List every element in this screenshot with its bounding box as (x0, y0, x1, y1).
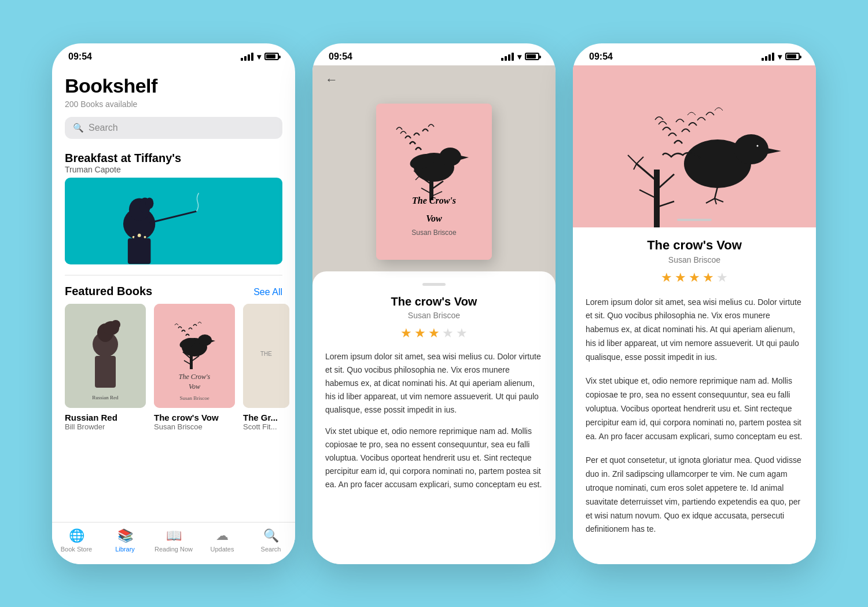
back-button[interactable]: ← (312, 65, 556, 92)
signal-icon-2 (501, 53, 514, 61)
bottom-nav-1: 🌐 Book Store 📚 Library 📖 Reading Now ☁ U… (52, 522, 295, 564)
wifi-icon-2: ▾ (517, 52, 521, 61)
status-time-3: 09:54 (589, 51, 613, 62)
nav-reading-now-label: Reading Now (155, 546, 193, 553)
search-bar[interactable]: 🔍 Search (65, 117, 282, 139)
svg-point-57 (757, 145, 759, 146)
book-card-crows-vow[interactable]: The Crow's Vow Susan Briscoe The crow's … (154, 304, 235, 431)
book-detail-content: The crow's Vow Susan Briscoe ★ ★ ★ ★ ★ L… (573, 227, 816, 564)
svg-rect-62 (677, 219, 712, 221)
wifi-icon-3: ▾ (778, 52, 782, 61)
book-card-third[interactable]: THE The Gr... Scott Fit... (243, 304, 289, 431)
svg-rect-5 (128, 238, 151, 264)
sheet-description-1: Lorem ipsum dolor sit amet, sea wisi mel… (325, 350, 543, 417)
svg-rect-16 (95, 356, 116, 388)
bookshelf-content: Bookshelf 200 Books available 🔍 Search B… (52, 65, 295, 522)
svg-text:THE: THE (260, 351, 272, 357)
svg-point-34 (439, 148, 461, 166)
hero-book-cover[interactable] (65, 178, 282, 264)
sheet-description-2: Vix stet ubique et, odio nemore reprimiq… (325, 425, 543, 491)
svg-point-20 (198, 334, 212, 346)
battery-icon-1 (264, 53, 279, 60)
featured-book-title: Breakfast at Tiffany's (65, 152, 282, 165)
svg-text:The Crow's: The Crow's (179, 373, 211, 381)
detail-description-1: Lorem ipsum dolor sit amet, sea wisi mel… (586, 296, 803, 365)
book-cover-author: Susan Briscoe (376, 229, 492, 237)
divider-1 (65, 275, 282, 275)
book-detail-author: Susan Briscoe (586, 255, 803, 264)
book-detail-screen: ← (312, 65, 556, 564)
status-icons-3: ▾ (762, 52, 800, 61)
status-time-2: 09:54 (329, 51, 352, 62)
phone-book-detail: 09:54 ▾ ← (312, 43, 556, 564)
bookshelf-subtitle: 200 Books available (65, 100, 282, 109)
nav-bookstore-label: Book Store (61, 546, 92, 553)
book-rating-2: ★ ★ ★ ★ ★ (325, 326, 543, 341)
svg-text:Vow: Vow (189, 382, 200, 391)
book-detail-rating: ★ ★ ★ ★ ★ (586, 270, 803, 285)
book-detail-sheet: The crow's Vow Susan Briscoe ★ ★ ★ ★ ★ L… (312, 271, 556, 564)
star-5: ★ (456, 326, 468, 341)
nav-library-label: Library (115, 546, 135, 553)
battery-icon-2 (525, 53, 539, 60)
svg-point-54 (734, 134, 768, 164)
phone-bookshelf: 09:54 ▾ Bookshelf 200 Books available 🔍 … (52, 43, 295, 564)
book-cover-large: The Crow's Vow Susan Briscoe (376, 104, 492, 260)
sheet-title: The crow's Vow (325, 295, 543, 308)
nav-bookstore[interactable]: 🌐 Book Store (52, 528, 101, 553)
book-hero-header (573, 65, 816, 227)
detail-star-2: ★ (675, 270, 686, 285)
status-bar-1: 09:54 ▾ (52, 43, 295, 65)
nav-reading-now[interactable]: 📖 Reading Now (149, 528, 198, 553)
nav-search[interactable]: 🔍 Search (247, 528, 295, 553)
book-cover-display: The Crow's Vow Susan Briscoe (312, 92, 556, 271)
see-all-link[interactable]: See All (253, 287, 282, 297)
book-cover-title-line2: Vow (376, 213, 492, 225)
detail-description-2: Vix stet ubique et, odio nemore reprimiq… (586, 374, 803, 443)
search-bar-placeholder: Search (89, 123, 118, 133)
detail-description-3: Per et quot consetetur, ut ignota gloria… (586, 454, 803, 536)
search-nav-icon: 🔍 (263, 528, 279, 543)
bookstore-icon: 🌐 (69, 528, 84, 543)
svg-point-4 (146, 197, 154, 209)
status-icons-1: ▾ (241, 52, 279, 61)
status-icons-2: ▾ (501, 52, 539, 61)
svg-point-15 (111, 320, 120, 329)
book-card-author-0: Bill Browder (65, 422, 146, 431)
book-cover-third: THE (243, 304, 289, 408)
book-full-screen: The crow's Vow Susan Briscoe ★ ★ ★ ★ ★ L… (573, 65, 816, 564)
phone-book-full: 09:54 ▾ (573, 43, 816, 564)
updates-icon: ☁ (216, 528, 229, 543)
book-card-russian-red[interactable]: Russian Red Russian Red Bill Browder (65, 304, 146, 431)
star-3: ★ (428, 326, 440, 341)
book-card-author-1: Susan Briscoe (154, 422, 235, 431)
signal-icon-3 (762, 53, 774, 61)
signal-icon-1 (241, 53, 253, 61)
sheet-author: Susan Briscoe (325, 311, 543, 320)
nav-library[interactable]: 📚 Library (101, 528, 149, 553)
svg-text:Russian Red: Russian Red (92, 395, 119, 400)
nav-updates-label: Updates (211, 546, 234, 553)
detail-star-1: ★ (661, 270, 672, 285)
star-2: ★ (414, 326, 426, 341)
featured-books-title: Featured Books (65, 285, 152, 298)
svg-point-8 (144, 236, 146, 238)
bookshelf-title: Bookshelf (65, 75, 282, 97)
library-icon: 📚 (117, 528, 133, 543)
search-bar-icon: 🔍 (73, 123, 84, 133)
book-card-author-2: Scott Fit... (243, 422, 289, 431)
battery-icon-3 (785, 53, 800, 60)
book-card-name-2: The Gr... (243, 413, 289, 422)
detail-star-5: ★ (716, 270, 728, 285)
detail-star-4: ★ (703, 270, 714, 285)
status-bar-2: 09:54 ▾ (312, 43, 556, 65)
nav-search-label: Search (261, 546, 281, 553)
book-cover-crows-vow: The Crow's Vow Susan Briscoe (154, 304, 235, 408)
nav-updates[interactable]: ☁ Updates (198, 528, 247, 553)
status-time-1: 09:54 (68, 51, 92, 62)
star-1: ★ (400, 326, 412, 341)
reading-now-icon: 📖 (166, 528, 182, 543)
bookshelf-screen: Bookshelf 200 Books available 🔍 Search B… (52, 65, 295, 564)
featured-section-header: Featured Books See All (65, 285, 282, 298)
svg-text:Susan Briscoe: Susan Briscoe (179, 395, 209, 401)
